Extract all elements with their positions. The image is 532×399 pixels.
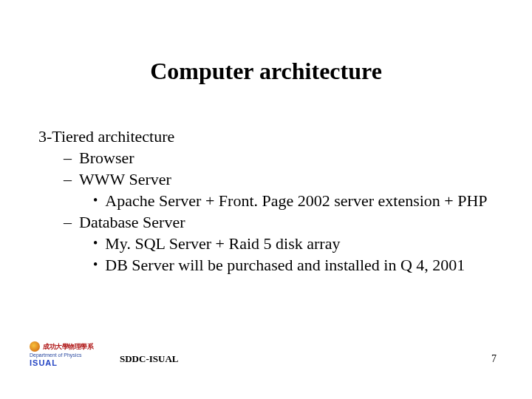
list-item-text: Browser <box>79 147 502 168</box>
list-item-text: My. SQL Server + Raid 5 disk array <box>105 233 502 254</box>
list-item: – Browser <box>64 147 502 168</box>
dash-bullet: – <box>64 168 72 190</box>
logo-top-row: 成功大學物理學系 <box>30 341 111 352</box>
slide: Computer architecture 3-Tiered architect… <box>0 0 532 399</box>
dash-bullet: – <box>64 211 72 233</box>
dash-bullet: – <box>64 147 72 168</box>
slide-body: 3-Tiered architecture – Browser – WWW Se… <box>38 126 502 276</box>
flame-icon <box>30 341 40 352</box>
list-item: • Apache Server + Front. Page 2002 serve… <box>93 190 502 211</box>
list-item-text: DB Server will be purchased and installe… <box>105 254 502 276</box>
list-item-text: 3-Tiered architecture <box>38 126 502 147</box>
list-item: – Database Server <box>64 211 502 233</box>
list-item: • My. SQL Server + Raid 5 disk array <box>93 233 502 254</box>
logo-isual-text: ISUAL <box>30 358 111 367</box>
dot-bullet: • <box>93 233 98 254</box>
footer-logo: 成功大學物理學系 Department of Physics ISUAL <box>30 341 111 368</box>
list-item-text: Database Server <box>79 211 502 233</box>
logo-dept-text: Department of Physics <box>30 352 111 358</box>
logo-chinese-text: 成功大學物理學系 <box>43 342 93 352</box>
page-number: 7 <box>491 353 497 365</box>
list-item: 3-Tiered architecture <box>38 126 502 147</box>
dot-bullet: • <box>93 190 98 211</box>
footer-label: SDDC-ISUAL <box>120 353 178 365</box>
dot-bullet: • <box>93 254 98 276</box>
list-item-text: Apache Server + Front. Page 2002 server … <box>105 190 502 211</box>
list-item: – WWW Server <box>64 168 502 190</box>
list-item-text: WWW Server <box>79 168 502 190</box>
slide-footer: 成功大學物理學系 Department of Physics ISUAL SDD… <box>0 338 532 368</box>
list-item: • DB Server will be purchased and instal… <box>93 254 502 276</box>
slide-title: Computer architecture <box>0 58 532 85</box>
